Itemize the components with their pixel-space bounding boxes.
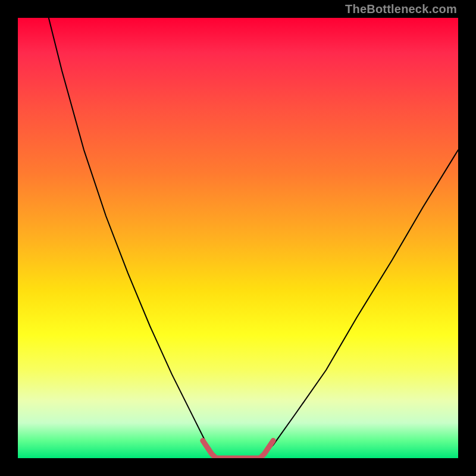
series-right-bump xyxy=(260,440,273,458)
series-left-curve xyxy=(49,18,216,458)
series-left-bump xyxy=(203,440,216,458)
plot-area xyxy=(18,18,458,458)
series-right-curve xyxy=(260,150,458,458)
curve-layer xyxy=(18,18,458,458)
watermark: TheBottleneck.com xyxy=(345,2,457,16)
chart-frame: TheBottleneck.com xyxy=(0,0,476,476)
